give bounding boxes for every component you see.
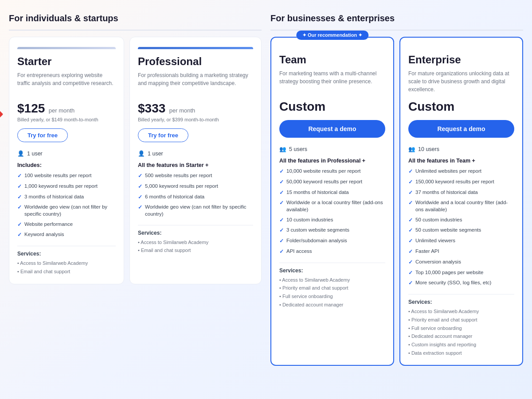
enterprise-feature-list: ✓Unlimited websites per report ✓150,000 … [408, 167, 514, 287]
businesses-title: For businesses & enterprises [270, 13, 523, 23]
check-icon: ✓ [408, 269, 413, 277]
starter-user-icon: 👤 [17, 150, 24, 157]
team-description: For marketing teams with a multi-channel… [279, 70, 385, 93]
team-services-list: • Access to Similarweb Academy • Priorit… [279, 276, 385, 309]
list-item: ✓Keyword analysis [17, 231, 116, 239]
list-item: ✓5,000 keyword results per report [138, 182, 253, 190]
check-icon: ✓ [17, 183, 22, 190]
check-icon: ✓ [17, 221, 22, 229]
list-item: ✓Worldwide geo view (can not filter by s… [17, 203, 116, 217]
enterprise-features-label: All the features in Team + [408, 158, 514, 164]
check-icon: ✓ [17, 231, 22, 239]
professional-plan-card: Professional For professionals building … [129, 37, 262, 284]
professional-description: For professionals building a marketing s… [138, 71, 253, 95]
professional-price: $333 [138, 101, 165, 115]
team-plan-card: ✦ Our recommendation ✦ Team For marketin… [270, 37, 394, 366]
enterprise-description: For mature organizations unlocking data … [408, 70, 514, 93]
check-icon: ✓ [408, 237, 413, 245]
sections-row: For individuals & startups ➜ Starter For… [9, 13, 523, 366]
professional-plan-name: Professional [138, 55, 253, 68]
check-icon: ✓ [408, 217, 413, 224]
list-item: ✓50,000 keyword results per report [279, 178, 385, 186]
list-item: ✓Worldwide or a local country filter (ad… [279, 199, 385, 213]
check-icon: ✓ [408, 259, 413, 266]
individuals-divider [9, 30, 262, 31]
starter-users: 👤 1 user [17, 150, 116, 157]
list-item: ✓50 custom industries [408, 216, 514, 224]
list-item: ✓Unlimited websites per report [408, 167, 514, 175]
list-item: ✓Conversion analysis [408, 258, 514, 266]
pricing-page: For individuals & startups ➜ Starter For… [9, 13, 523, 366]
check-icon: ✓ [138, 183, 142, 190]
check-icon: ✓ [279, 237, 284, 245]
individuals-plans-row: ➜ Starter For entrepreneurs exploring we… [9, 37, 262, 284]
list-item: ✓Website performance [17, 221, 116, 229]
check-icon: ✓ [408, 227, 413, 234]
check-icon: ✓ [279, 189, 284, 197]
check-icon: ✓ [138, 172, 142, 180]
enterprise-demo-button[interactable]: Request a demo [408, 120, 514, 138]
list-item: ✓10 custom industries [279, 216, 385, 224]
professional-user-icon: 👤 [138, 150, 145, 157]
check-icon: ✓ [17, 204, 22, 211]
check-icon: ✓ [138, 204, 142, 211]
check-icon: ✓ [408, 199, 413, 207]
team-price: Custom [279, 100, 385, 114]
check-icon: ✓ [279, 178, 284, 186]
check-icon: ✓ [408, 279, 413, 287]
individuals-section: For individuals & startups ➜ Starter For… [9, 13, 262, 284]
check-icon: ✓ [408, 168, 413, 175]
professional-billing: Billed yearly, or $399 month-to-month [138, 117, 253, 122]
professional-services: Services: • Access to Similarweb Academy… [138, 225, 253, 255]
list-item: ✓6 months of historical data [138, 193, 253, 201]
professional-try-button[interactable]: Try for free [138, 128, 188, 142]
businesses-plans-row: ✦ Our recommendation ✦ Team For marketin… [270, 37, 523, 366]
list-item: ✓1,000 keyword results per report [17, 182, 116, 190]
list-item: ✓500 website results per report [138, 172, 253, 180]
enterprise-services-label: Services: [408, 299, 514, 305]
starter-features-label: Includes: [17, 162, 116, 168]
check-icon: ✓ [408, 189, 413, 197]
list-item: ✓3 months of historical data [17, 193, 116, 201]
check-icon: ✓ [279, 217, 284, 224]
enterprise-services: Services: • Access to Similarweb Academy… [408, 294, 514, 357]
arrow-indicator: ➜ [0, 105, 4, 122]
check-icon: ✓ [279, 199, 284, 207]
enterprise-plan-card: Enterprise For mature organizations unlo… [399, 37, 523, 366]
list-item: ✓Worldwide and a local country filter (a… [408, 199, 514, 213]
check-icon: ✓ [279, 168, 284, 175]
team-user-icon: 👥 [279, 146, 286, 152]
team-users: 👥 5 users [279, 146, 385, 152]
enterprise-user-icon: 👥 [408, 146, 415, 152]
enterprise-services-list: • Access to Similarweb Academy • Priorit… [408, 307, 514, 357]
list-item: ✓10,000 website results per report [279, 167, 385, 175]
starter-services-list: • Access to Similarweb Academy • Email a… [17, 259, 116, 275]
check-icon: ✓ [17, 194, 22, 201]
list-item: ✓150,000 keyword results per report [408, 178, 514, 186]
list-item: ✓API access [279, 248, 385, 256]
enterprise-plan-name: Enterprise [408, 54, 514, 66]
list-item: ✓Faster API [408, 248, 514, 256]
enterprise-price: Custom [408, 100, 514, 114]
list-item: ✓Unlimited viewers [408, 237, 514, 245]
team-feature-list: ✓10,000 website results per report ✓50,0… [279, 167, 385, 256]
check-icon: ✓ [279, 227, 284, 234]
starter-wrapper: ➜ Starter For entrepreneurs exploring we… [9, 37, 124, 284]
check-icon: ✓ [408, 248, 413, 256]
starter-feature-list: ✓100 website results per report ✓1,000 k… [17, 172, 116, 239]
team-services: Services: • Access to Similarweb Academy… [279, 263, 385, 309]
check-icon: ✓ [408, 178, 413, 186]
team-demo-button[interactable]: Request a demo [279, 120, 385, 138]
individuals-title: For individuals & startups [9, 13, 262, 23]
check-icon: ✓ [17, 172, 22, 180]
professional-services-label: Services: [138, 230, 253, 236]
list-item: ✓3 custom website segments [279, 226, 385, 234]
starter-try-button[interactable]: Try for free [17, 128, 68, 142]
list-item: ✓Folder/subdomain analysis [279, 237, 385, 245]
professional-services-list: • Access to Similarweb Academy • Email a… [138, 238, 253, 255]
list-item: ✓100 website results per report [17, 172, 116, 180]
starter-services: Services: • Access to Similarweb Academy… [17, 246, 116, 275]
list-item: ✓37 months of historical data [408, 189, 514, 197]
list-item: ✓More security (SSO, log files, etc) [408, 279, 514, 287]
team-features-label: All the features in Professional + [279, 158, 385, 164]
